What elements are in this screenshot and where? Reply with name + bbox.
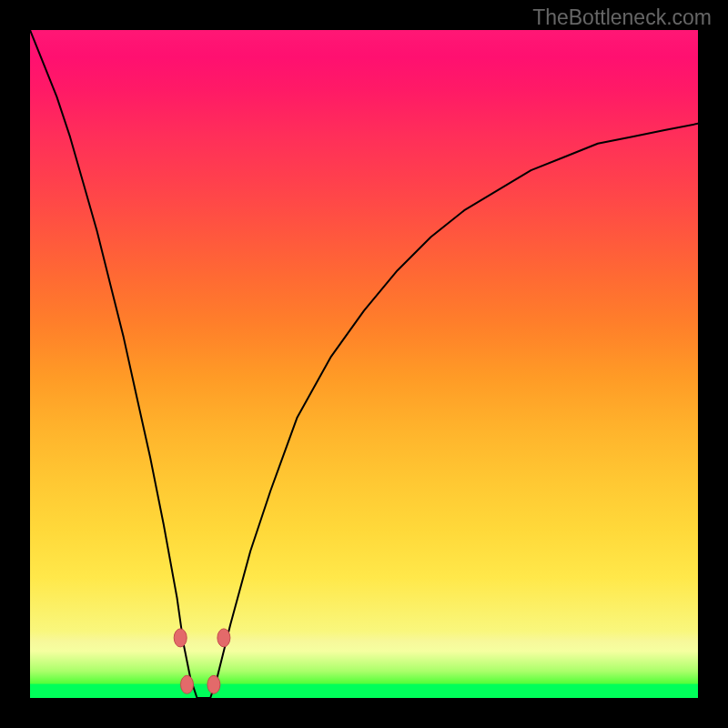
bottleneck-chart [30,30,698,698]
curve-marker [217,629,230,647]
bottleneck-curve [30,30,698,698]
plot-area [30,30,698,698]
source-link[interactable]: TheBottleneck.com [532,5,712,30]
chart-stage: TheBottleneck.com [0,0,728,728]
curve-marker [207,675,220,693]
curve-marker [181,675,194,693]
curve-marker [174,629,187,647]
